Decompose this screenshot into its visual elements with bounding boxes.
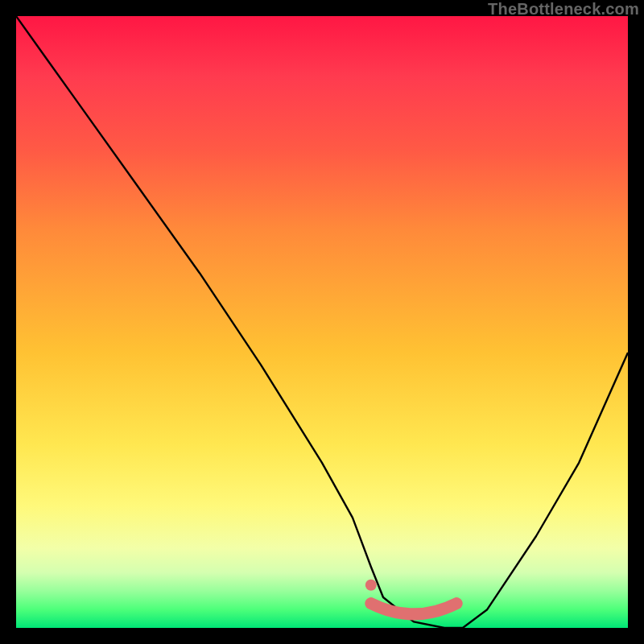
background-gradient (16, 16, 628, 628)
chart-stage: TheBottleneck.com (0, 0, 644, 644)
plot-area (16, 16, 628, 628)
